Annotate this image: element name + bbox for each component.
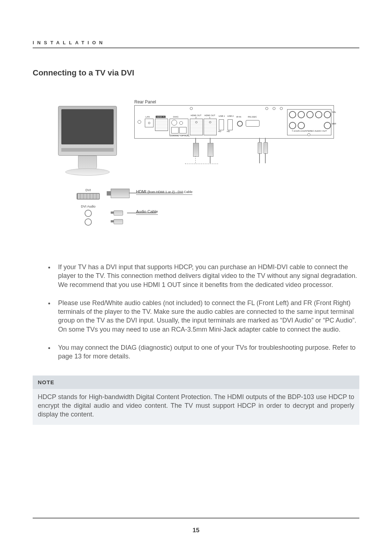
tv-audio-rca-1 (85, 210, 92, 217)
tv-dvi-audio-block: DVI Audio (68, 205, 108, 227)
port-label-optical: OPTICAL (180, 135, 190, 137)
coax-jack (179, 121, 183, 125)
rca-sr (289, 122, 296, 129)
tv-audio-rca-2 (85, 218, 92, 226)
tv-stand-base (65, 168, 110, 176)
hdmi-out-1-port (204, 119, 217, 135)
bullet-1: If your TV has a DVI input that supports… (54, 263, 359, 289)
rca-sbl (324, 111, 331, 118)
tv-dvi-port (77, 193, 100, 200)
tv-screen (61, 109, 114, 144)
rs232c-port (246, 120, 260, 127)
page-header-section: INSTALLATION (33, 40, 359, 45)
rca-plug-1 (258, 142, 262, 154)
rear-panel: LAN HDMI IN DIAG COAXIAL OPTICAL HDMI OU… (134, 105, 334, 139)
tv-dvi-label: DVI (68, 188, 108, 192)
port-label-usb2: USB 2 (227, 115, 234, 117)
rca-sw (315, 111, 322, 118)
diag-jack (171, 120, 177, 126)
hdmi-connector-1 (193, 143, 199, 157)
bullet-2: Please use Red/White audio cables (not i… (54, 299, 359, 334)
port-label-hd2: HD (227, 130, 230, 132)
optical-box (179, 127, 187, 134)
screw-dot (265, 107, 268, 110)
port-label-coaxial: COAXIAL (170, 135, 179, 137)
rca-fl (298, 111, 305, 118)
wire (265, 138, 266, 142)
wire (210, 156, 211, 163)
rear-panel-label: Rear Panel (134, 99, 156, 104)
rca-plug-2 (264, 142, 268, 154)
port-label-usb1: USB 1 (218, 115, 225, 117)
port-label-hdmi-in: HDMI IN (156, 116, 166, 118)
bullet-list: If your TV has a DVI input that supports… (33, 263, 359, 361)
usb1-port (219, 119, 224, 130)
screw-dot (273, 107, 275, 110)
port-label-lan: LAN (146, 116, 150, 118)
ir-in-port (237, 121, 243, 127)
section-title: Connecting to a TV via DVI (33, 68, 359, 78)
wire (265, 153, 266, 163)
wire-dashed (195, 156, 196, 163)
wire (195, 138, 196, 143)
lan-port (145, 119, 154, 127)
screw-dot (307, 133, 310, 136)
tv-dvi-port-block: DVI (68, 188, 108, 200)
port-label-rs232c: RS-232C (248, 116, 257, 118)
stereo-plug-1 (111, 210, 125, 215)
hdmi-out-2-port (190, 119, 203, 135)
page-number: 15 (0, 527, 392, 534)
screw-dot (280, 107, 283, 110)
rca-c (306, 111, 314, 118)
note-body: HDCP stands for High-bandwidth Digital C… (33, 389, 359, 425)
stereo-plug-2 (111, 219, 125, 223)
rca-group-label: 7.1CH/5.1CH/STEREO AUDIO OUT (288, 130, 330, 132)
tv-strip (61, 148, 114, 152)
dvi-cable-plug (111, 189, 130, 198)
screw-dot (190, 107, 193, 110)
port-label-hdmi-out-1: HDMI OUT 1 (204, 114, 216, 119)
dashed-connection-line (185, 163, 218, 164)
page: INSTALLATION Connecting to a TV via DVI … (0, 0, 392, 554)
rca-audio-group: SBL SBR 7.1CH/5.1CH/STEREO AUDIO OUT (287, 109, 331, 135)
hdmi-dvi-cable-label-b: (from HDMI 1 or 2) - DVI Cable (147, 190, 192, 194)
port-label-hd1: HD (218, 130, 221, 132)
port-label-hdmi-out-2: HDMI OUT 2 (190, 114, 202, 119)
diag-port-area (170, 119, 188, 135)
bullet-3: You may connect the DIAG (diagnostic) ou… (54, 343, 359, 361)
tv-dvi-audio-label: DVI Audio (68, 205, 108, 208)
usb2-port (228, 119, 233, 130)
screw-icon (138, 120, 141, 124)
coaxial-box (171, 127, 179, 134)
header-rule (33, 48, 359, 48)
hdmi-dvi-cable-label-a: HDMI (136, 189, 146, 194)
note-heading: NOTE (33, 376, 359, 389)
rca-sbr (324, 122, 331, 129)
rca-fr (298, 122, 305, 129)
audio-cable-label: Audio Cable (136, 209, 158, 215)
port-label-diag: DIAG (173, 116, 179, 118)
port-label-ir-in: IR IN (236, 116, 241, 118)
rca-label-sbl: SBL (332, 111, 336, 113)
connection-diagram: Rear Panel LAN HDMI IN DIAG COAXIA (51, 96, 341, 226)
hdmi-in-port (155, 119, 168, 131)
note-block: NOTE HDCP stands for High-bandwidth Digi… (33, 376, 359, 425)
wire (259, 153, 260, 163)
hdmi-connector-2 (208, 143, 213, 157)
wire (259, 138, 260, 142)
rca-label-sbr: SBR (332, 123, 336, 125)
hdmi-dvi-cable-label: HDMI (from HDMI 1 or 2) - DVI Cable (136, 189, 192, 195)
wire (210, 138, 211, 143)
rca-sl (289, 111, 296, 118)
tv-body (58, 106, 117, 156)
footer-rule (33, 518, 359, 518)
